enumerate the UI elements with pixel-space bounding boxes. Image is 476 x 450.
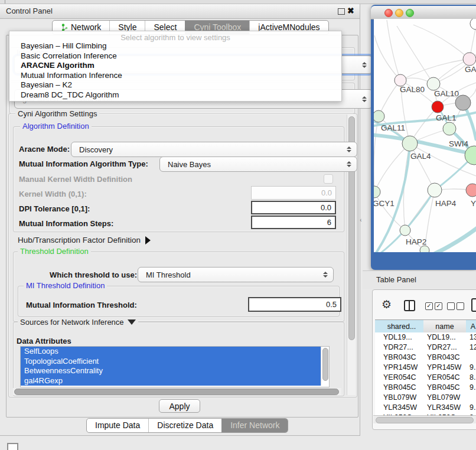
tab-infer-network[interactable]: Infer Network — [221, 419, 288, 432]
mi-steps-value: 6 — [327, 218, 331, 227]
node-label: GAL10 — [434, 89, 459, 98]
checked-checkbox-icon[interactable]: ✓ — [425, 302, 433, 310]
table-cell: 8. — [470, 373, 476, 383]
zoom-window-icon[interactable] — [406, 9, 414, 17]
table-cell: YPR145W — [427, 363, 465, 373]
table-row[interactable]: YDR27...YDR27...12 — [375, 343, 476, 353]
mi-threshold-group-title: MI Threshold Definition — [24, 282, 107, 290]
node-label: HAP2 — [406, 237, 426, 246]
splitpane-collapse-icon[interactable]: ‹ — [360, 216, 362, 223]
expander-arrow-down-icon — [128, 319, 136, 325]
algorithm-menu-item[interactable]: Dream8 DC_TDC Algorithm — [12, 90, 339, 100]
network-edge[interactable] — [400, 59, 470, 80]
table-cell: 9. — [470, 363, 476, 373]
mi-threshold-label: Mutual Information Threshold: — [26, 301, 137, 309]
minimize-window-icon[interactable] — [395, 9, 403, 17]
network-node[interactable] — [374, 110, 384, 122]
network-edge[interactable] — [413, 25, 470, 59]
network-node[interactable] — [402, 136, 418, 151]
algorithm-menu-item[interactable]: Bayesian – K2 — [12, 80, 339, 90]
settings-horizontal-scrollbar[interactable] — [13, 388, 341, 395]
dpi-tolerance-field[interactable]: 0.0 — [251, 201, 336, 214]
apply-button[interactable]: Apply — [159, 399, 200, 413]
top-strip-divider — [5, 0, 5, 4]
table-horizontal-scrollbar[interactable] — [373, 415, 476, 423]
network-node[interactable] — [466, 184, 476, 197]
column-split-icon[interactable] — [404, 300, 415, 311]
close-window-icon[interactable] — [384, 9, 393, 17]
hub-factor-expander[interactable]: Hub/Transcription Factor Definition — [18, 236, 151, 244]
algorithm-menu-item[interactable]: Bayesian – Hill Climbing — [12, 41, 339, 51]
attribute-list-item[interactable]: TopologicalCoefficient — [21, 357, 329, 367]
network-node[interactable] — [432, 101, 444, 113]
tab-impute-data[interactable]: Impute Data — [87, 419, 148, 432]
mi-algorithm-type-combobox[interactable]: Naive Bayes — [159, 156, 357, 172]
table-row[interactable]: YER054CYER054C8. — [375, 373, 476, 383]
network-edge[interactable] — [379, 80, 400, 116]
manual-kernel-width-checkbox[interactable] — [324, 174, 333, 184]
network-edge[interactable] — [374, 35, 400, 80]
which-threshold-value: MI Threshold — [146, 270, 191, 279]
checked-checkbox-icon[interactable]: ✓ — [435, 302, 442, 310]
table-panel-header: Table Panel — [363, 270, 476, 289]
tab-label: Discretize Data — [157, 419, 213, 432]
network-node[interactable] — [470, 19, 476, 30]
network-canvas[interactable]: GALGAL80GAL10GAL1GAL11SWI4GAL4GCY1HAP4YH… — [374, 19, 476, 252]
network-node[interactable] — [400, 225, 410, 236]
attribute-list-item[interactable]: BetweennessCentrality — [21, 366, 329, 376]
partial-frame-icon[interactable] — [471, 298, 476, 312]
network-node[interactable] — [463, 53, 476, 66]
node-label: HAP4 — [435, 199, 457, 208]
algorithm-menu-item[interactable]: Basic Correlation Inference — [12, 51, 339, 61]
algorithm-menu-item[interactable]: ARACNE Algorithm — [12, 61, 339, 70]
table-row[interactable]: YBR045CYBR045C9. — [375, 383, 476, 393]
which-threshold-label: Which threshold to use: — [50, 270, 137, 279]
attributes-list-scrollbar[interactable] — [321, 347, 329, 386]
sources-group-title-row[interactable]: Sources for Network Inference — [18, 318, 138, 327]
tab-discretize-data[interactable]: Discretize Data — [148, 419, 221, 432]
unchecked-checkbox-icon[interactable] — [457, 302, 464, 310]
float-panel-icon[interactable] — [338, 8, 345, 15]
column-header[interactable]: shared... — [380, 320, 424, 333]
node-label: Y — [471, 199, 476, 208]
data-attributes-list[interactable]: SelfLoopsTopologicalCoefficientBetweenne… — [20, 346, 330, 387]
gear-icon[interactable]: ⚙ — [382, 298, 392, 311]
column-header[interactable]: name — [423, 320, 467, 333]
network-node[interactable] — [395, 74, 406, 86]
table-header-row: shared...nameA — [375, 319, 476, 333]
data-attributes-label: Data Attributes — [17, 337, 71, 345]
table-row[interactable]: YDL19...YDL19...13 — [375, 332, 476, 343]
unchecked-checkbox-icon[interactable] — [447, 302, 455, 310]
aracne-mode-combobox[interactable]: Discovery — [71, 142, 357, 157]
kernel-width-field[interactable]: 0.0 — [251, 186, 336, 200]
table-cell: YBR045C — [427, 383, 465, 393]
network-node[interactable] — [374, 186, 380, 198]
attribute-list-item[interactable]: SelfLoops — [21, 347, 329, 357]
combo-arrows-icon — [347, 161, 351, 167]
table-cell: YBR043C — [383, 353, 422, 363]
table-row[interactable]: YPR145WYPR145W9. — [375, 363, 476, 373]
column-header[interactable]: A — [466, 320, 476, 333]
attribute-list-item[interactable]: gal4RGexp — [21, 376, 329, 386]
which-threshold-combobox[interactable]: MI Threshold — [138, 267, 334, 282]
network-node[interactable] — [428, 183, 442, 197]
table-cell: YER054C — [383, 373, 422, 383]
close-panel-icon[interactable]: ✖ — [347, 6, 354, 15]
minimized-panel-icon[interactable] — [7, 443, 18, 450]
table-cell: YDL19... — [383, 332, 422, 343]
algorithm-menu-item[interactable]: Mutual Information Inference — [12, 71, 339, 80]
dpi-tolerance-value: 0.0 — [321, 203, 331, 212]
network-node[interactable] — [443, 122, 456, 135]
network-window-titlebar[interactable] — [371, 6, 476, 19]
network-node[interactable] — [420, 246, 429, 252]
table-row[interactable]: YLR345WYLR345W9. — [375, 403, 476, 413]
table-row[interactable]: YBR043CYBR043C — [375, 353, 476, 363]
table-cell: YBR045C — [383, 383, 422, 393]
top-strip — [0, 0, 476, 4]
network-edge[interactable] — [374, 116, 379, 192]
mi-threshold-field[interactable]: 0.5 — [248, 297, 341, 312]
network-node[interactable] — [427, 77, 440, 90]
table-row[interactable]: YBL079WYBL079W — [375, 393, 476, 403]
table-cell: YLR345W — [383, 403, 422, 413]
mi-steps-field[interactable]: 6 — [251, 216, 336, 229]
